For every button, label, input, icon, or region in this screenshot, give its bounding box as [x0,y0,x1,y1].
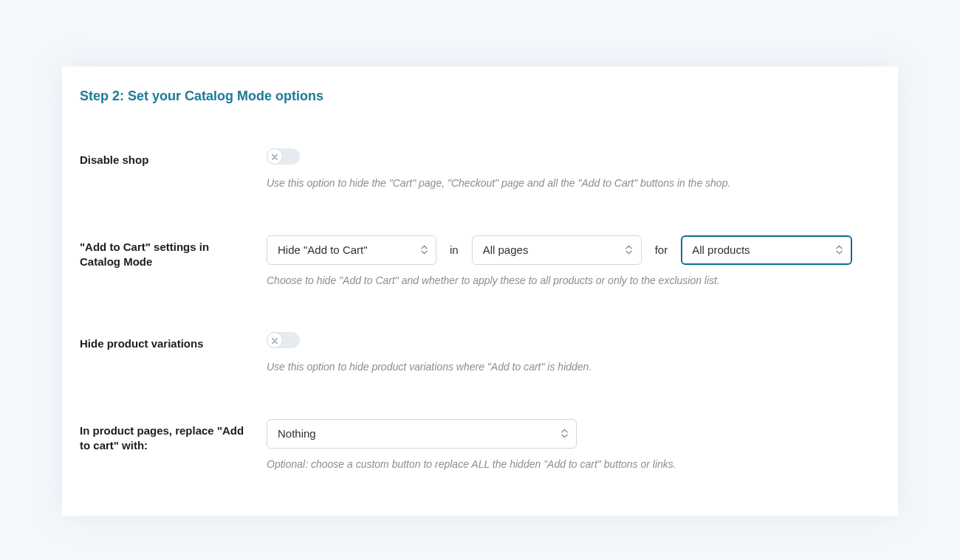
desc-hide-variations: Use this option to hide product variatio… [267,360,880,375]
label-col: Hide product variations [80,332,267,351]
field-add-to-cart-settings: "Add to Cart" settings in Catalog Mode H… [80,235,880,288]
label-col: "Add to Cart" settings in Catalog Mode [80,235,267,270]
toggle-knob [267,332,283,348]
label-add-to-cart: "Add to Cart" settings in Catalog Mode [80,235,252,270]
label-col: In product pages, replace "Add to cart" … [80,419,267,454]
toggle-disable-shop[interactable] [267,148,300,165]
control-col: Hide "Add to Cart" in All pages for [267,235,880,288]
updown-icon [419,244,428,256]
select-products-scope[interactable]: All products [681,235,852,265]
select-value: All pages [483,243,529,256]
label-replace-with: In product pages, replace "Add to cart" … [80,419,252,454]
step-title: Step 2: Set your Catalog Mode options [80,89,880,104]
control-col: Use this option to hide the "Cart" page,… [267,148,880,191]
x-icon [272,333,278,347]
separator-in: in [450,243,459,256]
label-disable-shop: Disable shop [80,148,252,167]
select-replace-with[interactable]: Nothing [267,419,577,449]
field-disable-shop: Disable shop Use this option to hide the… [80,148,880,191]
updown-icon [834,244,843,256]
select-value: All products [692,243,750,256]
settings-panel: Step 2: Set your Catalog Mode options Di… [62,66,898,516]
select-row: Hide "Add to Cart" in All pages for [267,235,880,265]
field-hide-variations: Hide product variations Use this option … [80,332,880,375]
x-icon [272,150,278,163]
select-add-to-cart-action[interactable]: Hide "Add to Cart" [267,235,436,265]
select-value: Hide "Add to Cart" [278,243,368,256]
select-pages-scope[interactable]: All pages [472,235,642,265]
desc-replace-with: Optional: choose a custom button to repl… [267,457,880,472]
select-value: Nothing [278,427,316,440]
toggle-knob [267,148,283,165]
label-col: Disable shop [80,148,267,167]
updown-icon [625,244,634,256]
separator-for: for [655,243,668,256]
control-col: Nothing Optional: choose a custom button… [267,419,880,472]
label-hide-variations: Hide product variations [80,332,252,351]
field-replace-with: In product pages, replace "Add to cart" … [80,419,880,472]
control-col: Use this option to hide product variatio… [267,332,880,375]
desc-add-to-cart: Choose to hide "Add to Cart" and whether… [267,274,880,288]
toggle-hide-variations[interactable] [267,332,300,348]
updown-icon [560,428,569,440]
desc-disable-shop: Use this option to hide the "Cart" page,… [267,176,880,191]
